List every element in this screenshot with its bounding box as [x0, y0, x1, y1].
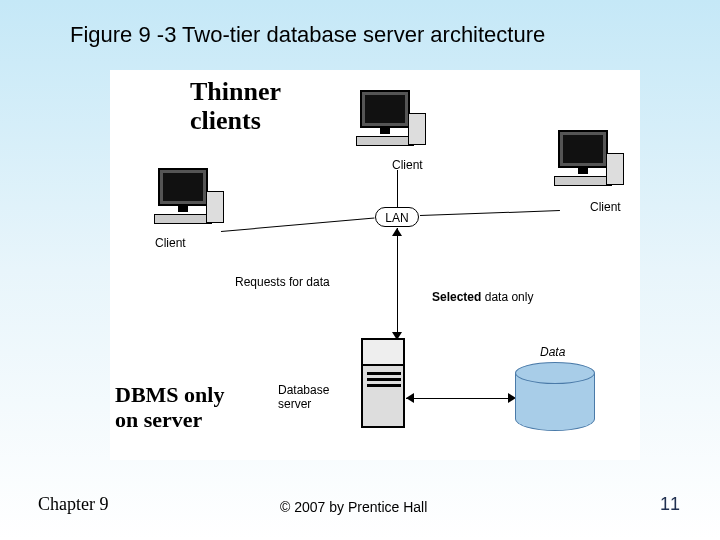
annotation-thinner-clients: Thinnerclients [190, 78, 281, 135]
arrow-up-icon [392, 228, 402, 236]
client-label-right: Client [590, 200, 621, 214]
arrow-left-icon [406, 393, 414, 403]
selected-label: Selected data only [432, 290, 533, 304]
slide-number: 11 [660, 494, 680, 515]
line-client-middle [397, 170, 398, 207]
data-cylinder-icon [515, 362, 595, 434]
client-pc-left [148, 168, 218, 233]
line-lan-server [397, 228, 398, 338]
client-label-left: Client [155, 236, 186, 250]
client-pc-right [548, 130, 618, 195]
data-label: Data [540, 345, 565, 359]
client-pc-middle [350, 90, 420, 155]
annotation-dbms-server: DBMS onlyon server [115, 382, 224, 433]
selected-bold: Selected [432, 290, 481, 304]
chapter-label: Chapter 9 [38, 494, 108, 515]
lan-node: LAN [375, 207, 419, 227]
figure-title: Figure 9 -3 Two-tier database server arc… [70, 22, 545, 48]
db-server-label: Databaseserver [278, 383, 329, 412]
copyright-text: © 2007 by Prentice Hall [280, 499, 427, 515]
database-server-icon [355, 338, 410, 433]
requests-label: Requests for data [235, 275, 330, 289]
selected-rest: data only [485, 290, 534, 304]
line-server-data [406, 398, 514, 399]
